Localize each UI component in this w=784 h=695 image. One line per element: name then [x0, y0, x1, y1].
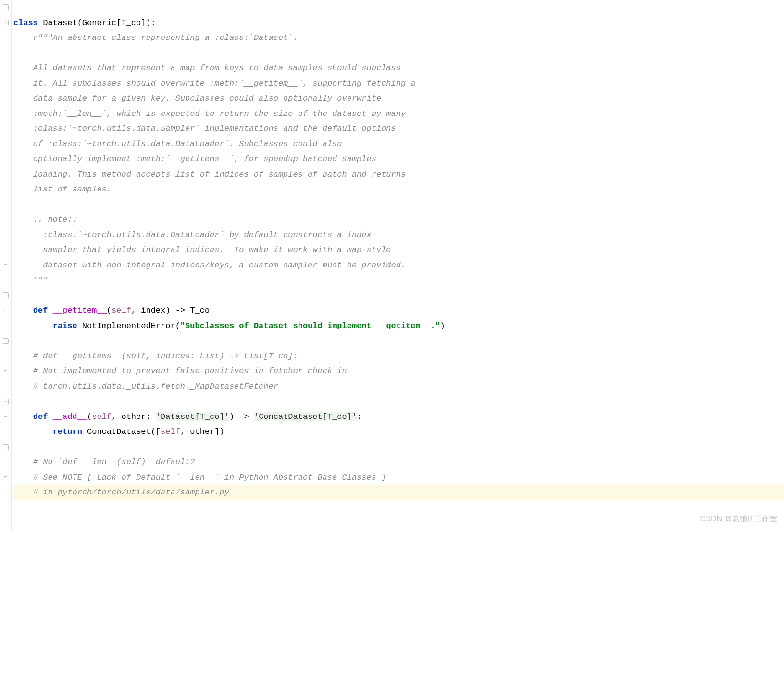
fold-icon[interactable]: − — [3, 444, 9, 450]
fold-end-icon[interactable]: ⌐ — [3, 474, 9, 480]
gutter: − − ⌐ − ⌐ − ⌐ − ⌐ − ⌐ — [0, 0, 12, 531]
code-line: # See NOTE [ Lack of Default `__len__` i… — [13, 470, 784, 485]
code-line: optionally implement :meth:`__getitems__… — [13, 152, 784, 167]
code-area[interactable]: class Dataset(Generic[T_co]): r"""An abs… — [12, 0, 784, 531]
code-line: :class:`~torch.utils.data.Sampler` imple… — [13, 121, 784, 137]
code-line: """ — [13, 273, 784, 288]
fold-end-icon[interactable]: ⌐ — [3, 368, 9, 374]
fold-end-icon[interactable]: ⌐ — [3, 414, 9, 420]
code-line — [13, 394, 784, 409]
code-line: def __add__(self, other: 'Dataset[T_co]'… — [13, 409, 784, 425]
code-line: def __getitem__(self, index) -> T_co: — [13, 303, 784, 318]
code-line — [13, 288, 784, 303]
code-line: return ConcatDataset([self, other]) — [13, 424, 784, 440]
code-line: # def __getitems__(self, indices: List) … — [13, 349, 784, 364]
code-line: class Dataset(Generic[T_co]): — [13, 15, 784, 31]
code-line: sampler that yields integral indices. To… — [13, 242, 784, 258]
code-line: raise NotImplementedError("Subclasses of… — [13, 318, 784, 334]
code-line: # torch.utils.data._utils.fetch._MapData… — [13, 379, 784, 394]
fold-icon[interactable]: − — [3, 399, 9, 404]
code-line — [13, 333, 784, 349]
code-editor[interactable]: − − ⌐ − ⌐ − ⌐ − ⌐ − ⌐ class Dataset(Gene… — [0, 0, 784, 531]
code-line: # No `def __len__(self)` default? — [13, 455, 784, 470]
code-line: data sample for a given key. Subclasses … — [13, 91, 784, 106]
fold-icon[interactable]: − — [3, 338, 9, 344]
code-line — [13, 440, 784, 455]
code-line: list of samples. — [13, 182, 784, 197]
code-line: loading. This method accepts list of ind… — [13, 167, 784, 182]
code-line: All datasets that represent a map from k… — [13, 61, 784, 76]
code-line: of :class:`~torch.utils.data.DataLoader`… — [13, 137, 784, 152]
code-line: dataset with non-integral indices/keys, … — [13, 258, 784, 273]
code-line: :meth:`__len__`, which is expected to re… — [13, 106, 784, 122]
code-line: it. All subclasses should overwrite :met… — [13, 76, 784, 91]
code-line: .. note:: — [13, 212, 784, 227]
code-line: :class:`~torch.utils.data.DataLoader` by… — [13, 227, 784, 243]
code-line — [13, 197, 784, 213]
code-line: # in pytorch/torch/utils/data/sampler.py — [13, 485, 784, 500]
fold-end-icon[interactable]: ⌐ — [3, 308, 9, 314]
code-line — [13, 46, 784, 61]
code-line: r"""An abstract class representing a :cl… — [13, 30, 784, 46]
fold-icon[interactable]: − — [3, 4, 9, 10]
watermark: CSDN @老狼IT工作室 — [700, 511, 777, 527]
code-line: # Not implemented to prevent false-posit… — [13, 364, 784, 379]
fold-end-icon[interactable]: ⌐ — [3, 262, 9, 268]
fold-icon[interactable]: − — [3, 292, 9, 298]
fold-icon[interactable]: − — [3, 20, 9, 25]
